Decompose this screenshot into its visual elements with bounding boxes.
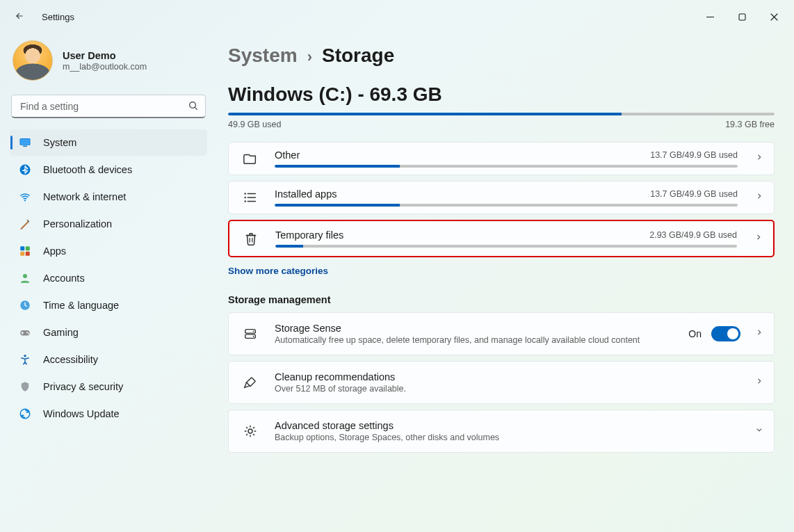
management-item-storage-sense[interactable]: Storage SenseAutomatically free up space… xyxy=(228,312,775,355)
category-bar xyxy=(275,204,738,207)
search-box xyxy=(11,95,206,118)
sidebar-item-label: Privacy & security xyxy=(43,381,123,392)
apps-icon xyxy=(18,244,32,258)
sidebar-item-label: Apps xyxy=(43,245,66,257)
svg-point-20 xyxy=(244,200,245,202)
management-title: Cleanup recommendations xyxy=(275,371,738,382)
privacy-icon xyxy=(18,380,32,394)
svg-point-16 xyxy=(24,355,26,357)
svg-point-18 xyxy=(244,193,245,194)
drive-used-label: 49.9 GB used xyxy=(228,120,281,129)
management-item-advanced-storage-settings[interactable]: Advanced storage settingsBackup options,… xyxy=(228,410,775,453)
management-desc: Over 512 MB of storage available. xyxy=(275,384,692,394)
gaming-icon xyxy=(18,325,32,339)
list-icon xyxy=(238,190,262,205)
management-desc: Automatically free up space, delete temp… xyxy=(275,335,676,345)
sidebar-item-label: Accessibility xyxy=(43,354,98,365)
chevron-down-icon xyxy=(750,425,764,437)
storage-management-heading: Storage management xyxy=(228,294,775,305)
svg-point-15 xyxy=(28,333,29,334)
drive-title: Windows (C:) - 69.3 GB xyxy=(228,83,775,106)
window-minimize-button[interactable] xyxy=(694,6,726,28)
chevron-right-icon xyxy=(750,328,764,340)
sidebar-item-accessibility[interactable]: Accessibility xyxy=(10,346,207,373)
storage-category-temporary-files[interactable]: Temporary files2.93 GB/49.9 GB used xyxy=(228,220,775,257)
search-input[interactable] xyxy=(11,95,206,118)
sidebar-item-accounts[interactable]: Accounts xyxy=(10,265,207,291)
sidebar-item-time-language[interactable]: Time & language xyxy=(10,292,207,319)
back-button[interactable] xyxy=(10,11,29,23)
show-more-categories-link[interactable]: Show more categories xyxy=(228,266,775,276)
sidebar-item-personalization[interactable]: Personalization xyxy=(10,211,207,237)
svg-point-19 xyxy=(244,197,245,198)
svg-rect-8 xyxy=(26,246,30,250)
window-maximize-button[interactable] xyxy=(726,6,758,28)
category-bar xyxy=(275,245,737,248)
chevron-right-icon xyxy=(750,232,763,245)
category-bar xyxy=(275,165,738,168)
sidebar-item-label: Accounts xyxy=(43,273,85,284)
storage-category-installed-apps[interactable]: Installed apps13.7 GB/49.9 GB used xyxy=(228,181,775,214)
sidebar-item-label: Time & language xyxy=(43,300,119,311)
main: System › Storage Windows (C:) - 69.3 GB … xyxy=(217,33,794,532)
drive-usage-fill xyxy=(228,113,622,115)
svg-rect-4 xyxy=(23,146,27,147)
management-item-cleanup-recommendations[interactable]: Cleanup recommendationsOver 512 MB of st… xyxy=(228,361,775,404)
svg-rect-3 xyxy=(20,139,30,145)
svg-point-11 xyxy=(23,274,27,278)
breadcrumb-parent[interactable]: System xyxy=(228,45,298,67)
sidebar-item-privacy-security[interactable]: Privacy & security xyxy=(10,373,207,400)
personalization-icon xyxy=(18,217,32,231)
toggle-switch[interactable] xyxy=(711,326,740,341)
storage-management-list: Storage SenseAutomatically free up space… xyxy=(228,312,775,453)
svg-point-14 xyxy=(26,332,28,333)
sidebar-item-label: Bluetooth & devices xyxy=(43,164,132,175)
management-title: Advanced storage settings xyxy=(275,420,738,431)
sidebar-item-bluetooth-devices[interactable]: Bluetooth & devices xyxy=(10,156,207,183)
svg-point-24 xyxy=(253,336,254,337)
gear-icon xyxy=(238,424,262,439)
system-icon xyxy=(18,136,32,150)
sidebar-item-label: Personalization xyxy=(43,218,112,229)
svg-rect-10 xyxy=(26,252,30,256)
sidebar: User Demo m__lab@outlook.com SystemBluet… xyxy=(0,33,217,532)
sidebar-item-label: Gaming xyxy=(43,327,79,338)
management-desc: Backup options, Storage Spaces, other di… xyxy=(275,433,692,442)
drive-usage-bar xyxy=(228,113,775,115)
sidebar-item-network-internet[interactable]: Network & internet xyxy=(10,184,207,210)
user-block[interactable]: User Demo m__lab@outlook.com xyxy=(10,38,207,92)
user-name: User Demo xyxy=(63,50,147,61)
broom-icon xyxy=(238,375,262,390)
folder-icon xyxy=(238,151,262,166)
category-meta: 13.7 GB/49.9 GB used xyxy=(650,189,738,199)
storage-category-other[interactable]: Other13.7 GB/49.9 GB used xyxy=(228,142,775,175)
chevron-right-icon xyxy=(750,376,764,389)
sidebar-item-label: System xyxy=(43,137,76,148)
svg-point-6 xyxy=(24,200,26,201)
sidebar-item-gaming[interactable]: Gaming xyxy=(10,319,207,346)
accounts-icon xyxy=(18,271,32,285)
chevron-right-icon: › xyxy=(307,48,312,66)
drive-free-label: 19.3 GB free xyxy=(725,120,775,129)
sidebar-item-system[interactable]: System xyxy=(10,129,207,156)
storage-categories: Other13.7 GB/49.9 GB usedInstalled apps1… xyxy=(228,142,775,257)
sidebar-item-label: Windows Update xyxy=(43,408,120,419)
chevron-right-icon xyxy=(750,191,764,204)
svg-rect-9 xyxy=(20,252,24,256)
category-title: Other xyxy=(275,150,300,161)
sidebar-item-windows-update[interactable]: Windows Update xyxy=(10,401,207,427)
wifi-icon xyxy=(18,190,32,204)
window-close-button[interactable] xyxy=(758,6,790,28)
svg-point-25 xyxy=(248,429,252,433)
nav: SystemBluetooth & devicesNetwork & inter… xyxy=(10,129,207,427)
update-icon xyxy=(18,407,32,421)
sidebar-item-apps[interactable]: Apps xyxy=(10,238,207,264)
svg-rect-0 xyxy=(739,14,745,20)
toggle-label: On xyxy=(688,328,702,339)
category-meta: 2.93 GB/49.9 GB used xyxy=(649,230,737,240)
search-icon xyxy=(188,100,199,114)
breadcrumb-current: Storage xyxy=(322,45,394,67)
bluetooth-icon xyxy=(18,163,32,177)
titlebar: Settings xyxy=(0,0,794,33)
user-email: m__lab@outlook.com xyxy=(63,62,147,72)
